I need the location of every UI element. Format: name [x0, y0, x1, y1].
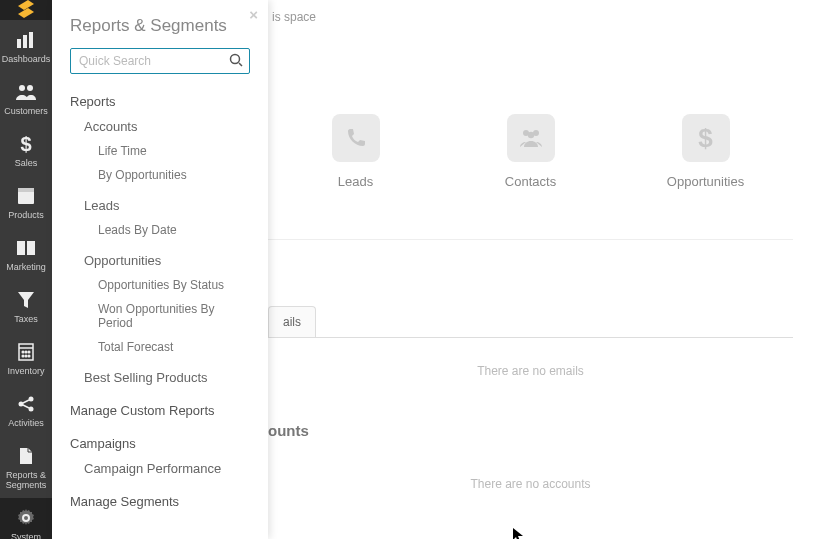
card-leads[interactable]: Leads [288, 114, 423, 189]
tabs: ails [268, 306, 793, 337]
search-wrap [70, 48, 250, 74]
tree-by-opportunities[interactable]: By Opportunities [98, 166, 250, 184]
sidebar-item-reports-segments[interactable]: Reports & Segments [0, 436, 52, 498]
tree-won-opps-by-period[interactable]: Won Opportunities By Period [98, 300, 238, 332]
svg-point-13 [22, 351, 24, 353]
sidebar: Dashboards Customers $ Sales Products Ma… [0, 0, 52, 539]
accounts-heading: ounts [268, 404, 793, 449]
sidebar-item-label: Customers [4, 106, 48, 116]
tree-life-time[interactable]: Life Time [98, 142, 250, 160]
svg-line-23 [23, 405, 29, 408]
tree-campaigns[interactable]: Campaigns [70, 434, 250, 453]
card-label: Leads [288, 174, 423, 189]
dollar-icon: $ [682, 114, 730, 162]
bar-chart-icon [14, 28, 38, 52]
tree-total-forecast[interactable]: Total Forecast [98, 338, 250, 356]
tree-reports[interactable]: Reports [70, 92, 250, 111]
close-button[interactable]: × [249, 6, 258, 23]
tree: Reports Accounts Life Time By Opportunit… [70, 92, 250, 511]
tree-accounts[interactable]: Accounts [84, 117, 250, 136]
users-icon [14, 80, 38, 104]
svg-rect-7 [18, 191, 34, 204]
svg-point-20 [29, 397, 34, 402]
tree-leads-by-date[interactable]: Leads By Date [98, 221, 250, 239]
sidebar-item-marketing[interactable]: Marketing [0, 228, 52, 280]
sidebar-item-label: Reports & Segments [0, 470, 52, 490]
search-input[interactable] [70, 48, 250, 74]
funnel-icon [14, 288, 38, 312]
sidebar-item-dashboards[interactable]: Dashboards [0, 20, 52, 72]
svg-point-5 [19, 85, 25, 91]
svg-line-28 [239, 63, 242, 66]
logo-icon [16, 0, 36, 20]
tree-campaign-performance[interactable]: Campaign Performance [84, 459, 250, 478]
sidebar-item-label: System [11, 532, 41, 539]
svg-point-14 [25, 351, 27, 353]
card-contacts[interactable]: Contacts [463, 114, 598, 189]
tree-opps-by-status[interactable]: Opportunities By Status [98, 276, 250, 294]
svg-point-17 [25, 355, 27, 357]
svg-rect-3 [23, 35, 27, 48]
svg-line-22 [23, 400, 29, 403]
feature-cards: Leads Contacts $ Opportunities [268, 24, 793, 229]
sidebar-item-label: Dashboards [2, 54, 51, 64]
sidebar-item-label: Products [8, 210, 44, 220]
tree-leads[interactable]: Leads [84, 196, 250, 215]
file-icon [14, 444, 38, 468]
svg-marker-9 [18, 292, 34, 308]
box-icon [14, 184, 38, 208]
gear-icon [14, 506, 38, 530]
svg-rect-2 [17, 39, 21, 48]
group-icon [507, 114, 555, 162]
tab-emails[interactable]: ails [268, 306, 316, 337]
sidebar-item-activities[interactable]: Activities [0, 384, 52, 436]
reports-panel: × Reports & Segments Reports Accounts Li… [52, 0, 268, 539]
card-label: Opportunities [638, 174, 773, 189]
sidebar-item-system[interactable]: System [0, 498, 52, 539]
share-icon [14, 392, 38, 416]
divider [268, 239, 793, 240]
card-opportunities[interactable]: $ Opportunities [638, 114, 773, 189]
sidebar-item-taxes[interactable]: Taxes [0, 280, 52, 332]
phone-icon [332, 114, 380, 162]
svg-point-6 [27, 85, 33, 91]
sidebar-item-label: Taxes [14, 314, 38, 324]
tree-opportunities[interactable]: Opportunities [84, 251, 250, 270]
calculator-icon [14, 340, 38, 364]
card-label: Contacts [463, 174, 598, 189]
svg-rect-4 [29, 32, 33, 48]
search-icon[interactable] [229, 53, 243, 70]
svg-point-19 [19, 402, 24, 407]
svg-marker-1 [18, 8, 34, 18]
breadcrumb-hint: is space [268, 0, 793, 24]
svg-point-15 [28, 351, 30, 353]
sidebar-item-label: Sales [15, 158, 38, 168]
svg-point-26 [527, 132, 533, 138]
svg-marker-0 [18, 0, 34, 10]
accounts-empty: There are no accounts [268, 449, 793, 499]
sidebar-item-label: Activities [8, 418, 44, 428]
sidebar-item-label: Inventory [7, 366, 44, 376]
dollar-icon: $ [14, 132, 38, 156]
sidebar-item-products[interactable]: Products [0, 176, 52, 228]
sidebar-item-customers[interactable]: Customers [0, 72, 52, 124]
svg-point-16 [22, 355, 24, 357]
svg-point-21 [29, 407, 34, 412]
tree-manage-segments[interactable]: Manage Segments [70, 492, 250, 511]
panel-title: Reports & Segments [70, 16, 250, 36]
book-icon [14, 236, 38, 260]
tree-best-selling-products[interactable]: Best Selling Products [84, 368, 250, 387]
svg-rect-8 [18, 188, 34, 192]
sidebar-item-inventory[interactable]: Inventory [0, 332, 52, 384]
svg-point-27 [231, 55, 240, 64]
sidebar-item-label: Marketing [6, 262, 46, 272]
svg-point-18 [28, 355, 30, 357]
tree-manage-custom-reports[interactable]: Manage Custom Reports [70, 401, 250, 420]
app-logo[interactable] [0, 0, 52, 20]
emails-empty: There are no emails [268, 337, 793, 404]
sidebar-item-sales[interactable]: $ Sales [0, 124, 52, 176]
